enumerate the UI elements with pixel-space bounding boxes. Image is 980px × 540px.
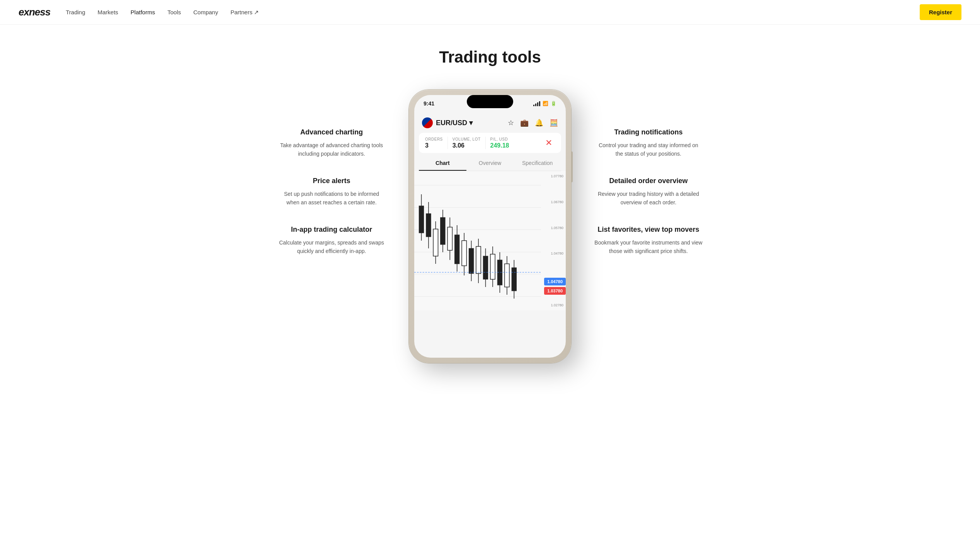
tab-overview[interactable]: Overview <box>466 156 514 171</box>
orders-label: ORDERS <box>425 137 443 141</box>
nav-company[interactable]: Company <box>193 9 218 15</box>
tab-chart[interactable]: Chart <box>419 156 466 171</box>
wifi-icon: 📶 <box>543 101 548 106</box>
price-level: 1.02780 <box>543 303 563 307</box>
star-icon[interactable]: ☆ <box>508 119 514 127</box>
feature-title: Advanced charting <box>277 128 386 136</box>
feature-title: Price alerts <box>277 177 386 185</box>
feature-desc: Control your trading and stay informed o… <box>594 141 703 158</box>
nav-platforms[interactable]: Platforms <box>131 9 155 15</box>
bell-icon[interactable]: 🔔 <box>535 119 543 127</box>
logo[interactable]: exness <box>19 6 50 18</box>
svg-rect-13 <box>462 241 466 266</box>
feature-price-alerts: Price alerts Set up push notifications t… <box>277 177 386 207</box>
phone-mockup: 9:41 📶 🔋 <box>409 90 571 363</box>
pl-value: 249.18 <box>490 142 509 149</box>
page-title: Trading tools <box>439 48 541 66</box>
volume-label: VOLUME, LOT <box>453 137 481 141</box>
pair-actions: ☆ 💼 🔔 🧮 <box>508 119 558 127</box>
left-features: Advanced charting Take advantage of adva… <box>277 90 386 255</box>
chart-tabs: Chart Overview Specification <box>419 156 561 171</box>
svg-rect-21 <box>490 254 495 279</box>
candlestick-chart <box>414 171 541 310</box>
svg-rect-9 <box>447 227 452 250</box>
svg-rect-15 <box>469 248 473 273</box>
pair-info: EUR/USD ▾ <box>422 117 473 128</box>
feature-calculator: In-app trading calculator Calculate your… <box>277 226 386 256</box>
battery-icon: 🔋 <box>551 101 556 106</box>
signal-bars-icon <box>533 101 540 106</box>
pl-label: P/L, USD <box>490 137 509 141</box>
status-icons: 📶 🔋 <box>533 101 556 106</box>
dynamic-island <box>467 95 513 108</box>
pair-name: EUR/USD ▾ <box>436 119 473 127</box>
phone-side-button <box>571 151 573 182</box>
volume-cell: VOLUME, LOT 3.06 <box>453 137 481 149</box>
svg-rect-3 <box>426 214 431 237</box>
svg-rect-5 <box>433 229 438 256</box>
svg-rect-25 <box>505 264 509 287</box>
nav-links: Trading Markets Platforms Tools Company … <box>66 9 920 16</box>
feature-desc: Calculate your margins, spreads and swap… <box>277 238 386 256</box>
chart-area: 1.07780 1.06780 1.05780 1.04780 1.03780 … <box>414 171 566 310</box>
status-time: 9:41 <box>424 100 434 107</box>
feature-favorites: List favorites, view top movers Bookmark… <box>594 226 703 256</box>
nav-tools[interactable]: Tools <box>167 9 181 15</box>
app-content: EUR/USD ▾ ☆ 💼 🔔 🧮 <box>414 110 566 310</box>
feature-desc: Review your trading history with a detai… <box>594 190 703 207</box>
svg-rect-7 <box>441 217 445 245</box>
feature-order-overview: Detailed order overview Review your trad… <box>594 177 703 207</box>
calculator-icon[interactable]: 🧮 <box>550 119 558 127</box>
phone-container: 9:41 📶 🔋 <box>409 90 571 363</box>
trade-info-row: ORDERS 3 VOLUME, LOT 3.06 P/L, USD <box>419 133 561 153</box>
orders-value: 3 <box>425 142 443 149</box>
feature-title: In-app trading calculator <box>277 226 386 234</box>
divider <box>485 137 486 149</box>
tab-specification[interactable]: Specification <box>514 156 561 171</box>
svg-rect-27 <box>512 268 516 291</box>
price-level: 1.07780 <box>543 174 563 178</box>
feature-desc: Bookmark your favorite instruments and v… <box>594 238 703 256</box>
pair-header: EUR/USD ▾ ☆ 💼 🔔 🧮 <box>414 113 566 133</box>
phone-screen: 9:41 📶 🔋 <box>414 95 566 358</box>
right-features: Trading notifications Control your tradi… <box>594 90 703 255</box>
price-level: 1.06780 <box>543 200 563 204</box>
svg-rect-17 <box>476 246 481 273</box>
close-icon: ✕ <box>545 138 552 148</box>
nav-markets[interactable]: Markets <box>98 9 118 15</box>
feature-desc: Set up push notifications to be informed… <box>277 190 386 207</box>
navbar: exness Trading Markets Platforms Tools C… <box>0 0 980 25</box>
volume-value: 3.06 <box>453 142 481 149</box>
current-price-badge-red: 1.03780 <box>544 287 566 295</box>
price-level: 1.05780 <box>543 226 563 230</box>
close-trade-button[interactable]: ✕ <box>543 137 555 149</box>
feature-advanced-charting: Advanced charting Take advantage of adva… <box>277 128 386 158</box>
register-button[interactable]: Register <box>920 4 961 20</box>
pl-cell: P/L, USD 249.18 <box>490 137 509 149</box>
feature-title: Detailed order overview <box>594 177 703 185</box>
main-content: Trading tools Advanced charting Take adv… <box>0 25 980 394</box>
feature-title: Trading notifications <box>594 128 703 136</box>
current-price-badge-blue: 1.04780 <box>544 278 566 285</box>
nav-trading[interactable]: Trading <box>66 9 85 15</box>
briefcase-icon[interactable]: 💼 <box>520 119 529 127</box>
price-level: 1.04780 <box>543 251 563 255</box>
divider <box>447 137 448 149</box>
feature-desc: Take advantage of advanced charting tool… <box>277 141 386 158</box>
currency-flag <box>422 117 433 128</box>
svg-rect-1 <box>419 206 424 233</box>
feature-title: List favorites, view top movers <box>594 226 703 234</box>
feature-trading-notifications: Trading notifications Control your tradi… <box>594 128 703 158</box>
svg-rect-11 <box>455 235 459 264</box>
price-badges: 1.04780 1.03780 <box>544 278 566 295</box>
nav-partners[interactable]: Partners ↗ <box>230 9 259 15</box>
content-area: Advanced charting Take advantage of adva… <box>219 90 761 363</box>
orders-cell: ORDERS 3 <box>425 137 443 149</box>
svg-rect-19 <box>483 256 488 279</box>
